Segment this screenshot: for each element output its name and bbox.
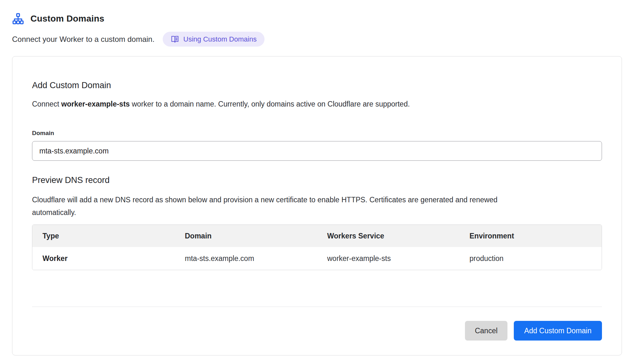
footer-divider	[32, 307, 602, 307]
cell-workers-service: worker-example-sts	[317, 247, 460, 270]
card-heading: Add Custom Domain	[32, 81, 602, 90]
table-row: Worker mta-sts.example.com worker-exampl…	[32, 247, 602, 270]
cancel-button[interactable]: Cancel	[465, 321, 507, 341]
page-subtitle: Connect your Worker to a custom domain.	[12, 35, 154, 44]
worker-name: worker-example-sts	[61, 100, 130, 108]
preview-dns-heading: Preview DNS record	[32, 175, 602, 185]
column-header-environment: Environment	[459, 225, 602, 247]
preview-dns-description: Cloudflare will add a new DNS record as …	[32, 193, 505, 219]
subtitle-row: Connect your Worker to a custom domain. …	[12, 32, 622, 47]
page-title: Custom Domains	[30, 14, 104, 24]
dns-preview-table: Type Domain Workers Service Environment …	[32, 225, 602, 270]
card-description: Connect worker-example-sts worker to a d…	[32, 99, 602, 109]
docs-link-label: Using Custom Domains	[183, 36, 257, 43]
sitemap-icon	[12, 13, 24, 25]
book-icon	[171, 35, 179, 43]
domain-label: Domain	[32, 130, 602, 137]
column-header-type: Type	[32, 225, 175, 247]
column-header-domain: Domain	[175, 225, 317, 247]
description-prefix: Connect	[32, 100, 61, 108]
dns-preview-table-container: Type Domain Workers Service Environment …	[32, 224, 602, 270]
domain-input[interactable]	[32, 141, 602, 161]
table-header-row: Type Domain Workers Service Environment	[32, 225, 602, 247]
description-suffix: worker to a domain name. Currently, only…	[130, 100, 410, 108]
add-custom-domain-card: Add Custom Domain Connect worker-example…	[12, 56, 622, 355]
cell-type: Worker	[32, 247, 175, 270]
page-header: Custom Domains Connect your Worker to a …	[0, 0, 634, 47]
card-footer: Cancel Add Custom Domain	[32, 321, 602, 341]
add-custom-domain-button[interactable]: Add Custom Domain	[514, 321, 602, 341]
docs-link[interactable]: Using Custom Domains	[163, 32, 265, 47]
column-header-workers-service: Workers Service	[317, 225, 460, 247]
title-row: Custom Domains	[12, 13, 622, 25]
cell-domain: mta-sts.example.com	[175, 247, 317, 270]
cell-environment: production	[459, 247, 602, 270]
